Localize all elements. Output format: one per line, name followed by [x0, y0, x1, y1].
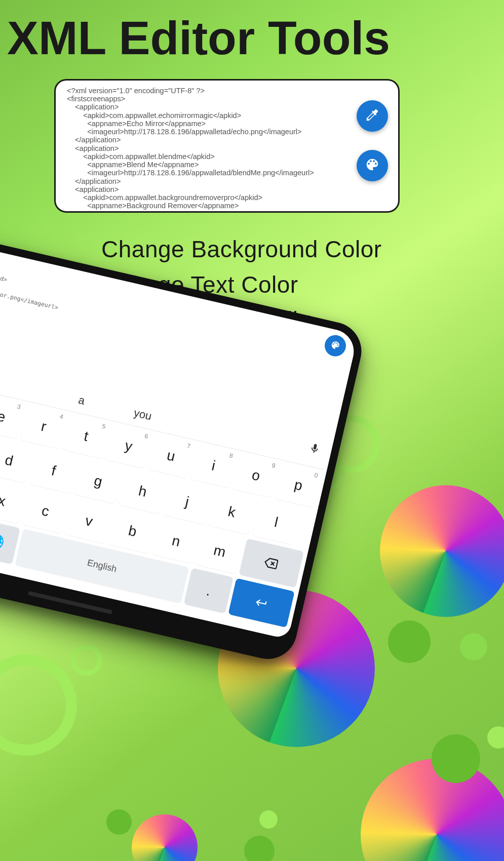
- key-k[interactable]: k: [207, 489, 256, 535]
- page-title: XML Editor Tools: [7, 11, 390, 65]
- dropper-button[interactable]: [357, 100, 388, 132]
- key-l[interactable]: l: [251, 499, 301, 545]
- decor-ring-left-sm: [71, 644, 102, 676]
- palette-button[interactable]: [357, 150, 388, 181]
- key-v[interactable]: v: [64, 498, 113, 544]
- decor-orb-big: [380, 485, 504, 617]
- key-h[interactable]: h: [118, 468, 168, 514]
- key-r[interactable]: r4: [20, 404, 67, 449]
- key-i[interactable]: i8: [189, 443, 237, 488]
- key-g[interactable]: g: [73, 458, 123, 504]
- feature-line-1: Change Background Color: [101, 232, 382, 267]
- suggestion-1[interactable]: a: [77, 393, 86, 407]
- key-d[interactable]: d: [0, 438, 34, 483]
- mic-icon[interactable]: [307, 442, 322, 458]
- decor-orb-br2: [432, 734, 480, 783]
- xml-editor-card[interactable]: <?xml version="1.0" encoding="UTF-8" ?> …: [54, 79, 400, 213]
- decor-orb-bl2: [106, 809, 132, 835]
- key-[interactable]: .: [184, 568, 234, 613]
- xml-content[interactable]: <?xml version="1.0" encoding="UTF-8" ?> …: [67, 87, 387, 213]
- key-c[interactable]: c: [21, 488, 70, 534]
- key-m[interactable]: m: [195, 528, 244, 574]
- dropper-icon: [365, 107, 380, 125]
- key-u[interactable]: u7: [147, 433, 195, 478]
- decor-orb-sm: [460, 633, 487, 660]
- key-b[interactable]: b: [108, 508, 157, 554]
- key-j[interactable]: j: [162, 479, 212, 524]
- suggestion-2[interactable]: you: [133, 406, 153, 422]
- key-n[interactable]: n: [151, 518, 201, 564]
- key-f[interactable]: f: [29, 448, 79, 493]
- palette-icon: [329, 339, 342, 353]
- decor-orb-med: [388, 620, 431, 663]
- key-o[interactable]: o9: [232, 453, 280, 498]
- decor-orb-bc2: [259, 810, 278, 829]
- key-p[interactable]: p0: [275, 462, 322, 507]
- key-t[interactable]: t5: [62, 414, 110, 459]
- palette-icon: [365, 157, 380, 174]
- key-y[interactable]: y6: [105, 423, 152, 468]
